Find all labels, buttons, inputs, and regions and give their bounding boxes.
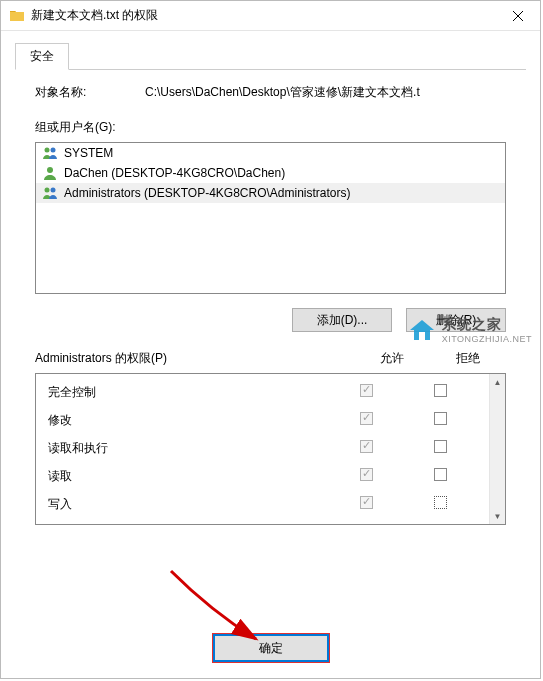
watermark-en: XITONGZHIJIA.NET: [442, 334, 532, 344]
permission-row: 修改: [36, 406, 489, 434]
add-button[interactable]: 添加(D)...: [292, 308, 392, 332]
house-icon: [408, 318, 436, 342]
list-item[interactable]: SYSTEM: [36, 143, 505, 163]
permission-name: 读取和执行: [48, 440, 329, 457]
permission-row: 完全控制: [36, 378, 489, 406]
permissions-header-label: Administrators 的权限(P): [35, 350, 354, 367]
scroll-down-icon[interactable]: ▼: [490, 508, 505, 524]
allow-checkbox[interactable]: [360, 412, 373, 425]
allow-checkbox[interactable]: [360, 496, 373, 509]
list-item[interactable]: DaChen (DESKTOP-4KG8CRO\DaChen): [36, 163, 505, 183]
deny-checkbox[interactable]: [434, 384, 447, 397]
svg-point-2: [47, 167, 53, 173]
permission-name: 完全控制: [48, 384, 329, 401]
permission-name: 写入: [48, 496, 329, 513]
content: 对象名称: C:\Users\DaChen\Desktop\管家速修\新建文本文…: [15, 70, 526, 525]
user-icon: [42, 165, 58, 181]
ok-button[interactable]: 确定: [213, 634, 329, 662]
scroll-track[interactable]: [490, 390, 505, 508]
list-item-label: Administrators (DESKTOP-4KG8CRO\Administ…: [64, 186, 351, 200]
svg-point-4: [51, 188, 56, 193]
allow-checkbox[interactable]: [360, 384, 373, 397]
permission-name: 读取: [48, 468, 329, 485]
deny-checkbox[interactable]: [434, 440, 447, 453]
watermark: 系统之家 XITONGZHIJIA.NET: [408, 316, 532, 344]
groups-label: 组或用户名(G):: [35, 119, 506, 136]
permissions-header: Administrators 的权限(P) 允许 拒绝: [35, 350, 506, 367]
object-name-label: 对象名称:: [35, 84, 145, 101]
group-icon: [42, 145, 58, 161]
allow-checkbox[interactable]: [360, 468, 373, 481]
close-button[interactable]: [496, 1, 540, 31]
tab-security[interactable]: 安全: [15, 43, 69, 70]
deny-checkbox[interactable]: [434, 412, 447, 425]
permissions-dialog: 新建文本文档.txt 的权限 安全 对象名称: C:\Users\DaChen\…: [0, 0, 541, 679]
list-item[interactable]: Administrators (DESKTOP-4KG8CRO\Administ…: [36, 183, 505, 203]
object-name-row: 对象名称: C:\Users\DaChen\Desktop\管家速修\新建文本文…: [35, 84, 506, 101]
deny-checkbox[interactable]: [434, 468, 447, 481]
folder-icon: [9, 8, 25, 24]
tab-area: 安全 对象名称: C:\Users\DaChen\Desktop\管家速修\新建…: [1, 31, 540, 525]
permission-row: 写入: [36, 490, 489, 518]
group-icon: [42, 185, 58, 201]
svg-point-3: [45, 188, 50, 193]
list-item-label: DaChen (DESKTOP-4KG8CRO\DaChen): [64, 166, 285, 180]
svg-rect-5: [419, 332, 425, 340]
window-title: 新建文本文档.txt 的权限: [31, 7, 496, 24]
tabs: 安全: [15, 43, 526, 70]
permissions-listbox: 完全控制修改读取和执行读取写入 ▲ ▼: [35, 373, 506, 525]
object-name-value: C:\Users\DaChen\Desktop\管家速修\新建文本文档.t: [145, 84, 506, 101]
deny-checkbox[interactable]: [434, 496, 447, 509]
permission-row: 读取: [36, 462, 489, 490]
scrollbar[interactable]: ▲ ▼: [489, 374, 505, 524]
watermark-cn: 系统之家: [442, 316, 532, 334]
svg-point-1: [51, 148, 56, 153]
footer: 确定: [1, 634, 540, 662]
allow-checkbox[interactable]: [360, 440, 373, 453]
permission-name: 修改: [48, 412, 329, 429]
allow-column-header: 允许: [354, 350, 430, 367]
list-item-label: SYSTEM: [64, 146, 113, 160]
titlebar: 新建文本文档.txt 的权限: [1, 1, 540, 31]
scroll-up-icon[interactable]: ▲: [490, 374, 505, 390]
permission-row: 读取和执行: [36, 434, 489, 462]
groups-listbox[interactable]: SYSTEMDaChen (DESKTOP-4KG8CRO\DaChen)Adm…: [35, 142, 506, 294]
svg-point-0: [45, 148, 50, 153]
deny-column-header: 拒绝: [430, 350, 506, 367]
